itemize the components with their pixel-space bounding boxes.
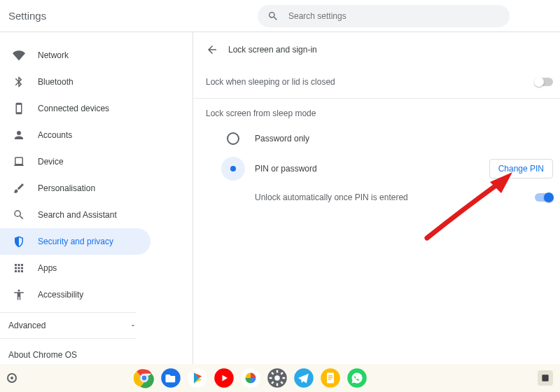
- sidebar: Network Bluetooth Connected devices Acco…: [0, 32, 193, 364]
- bluetooth-icon: [13, 76, 25, 88]
- search-field[interactable]: [258, 5, 510, 27]
- radio-label: Password only: [255, 134, 309, 144]
- app-settings[interactable]: [267, 368, 288, 388]
- content-pane: Lock screen and sign-in Lock when sleepi…: [193, 32, 560, 364]
- sidebar-item-accounts[interactable]: Accounts: [0, 122, 150, 148]
- phone-icon: [13, 102, 25, 115]
- sidebar-item-bluetooth[interactable]: Bluetooth: [0, 69, 150, 95]
- system-tray[interactable]: [538, 370, 553, 386]
- sidebar-item-label: Accessibility: [38, 290, 83, 300]
- sidebar-item-label: Apps: [38, 263, 57, 273]
- grid-icon: [13, 262, 25, 274]
- app-play-store[interactable]: [187, 368, 208, 388]
- svg-rect-22: [328, 377, 332, 378]
- search-input[interactable]: [288, 11, 500, 21]
- accessibility-icon: [13, 288, 25, 301]
- app-title: Settings: [8, 10, 46, 22]
- page-title: Lock screen and sign-in: [228, 45, 317, 55]
- search-icon: [267, 10, 279, 22]
- svg-rect-10: [276, 370, 278, 373]
- radio-label: PIN or password: [255, 164, 317, 174]
- app-files[interactable]: [160, 368, 181, 388]
- svg-rect-25: [542, 374, 548, 381]
- svg-point-3: [141, 375, 147, 382]
- auto-unlock-row: Unlock automatically once PIN is entered: [206, 186, 553, 209]
- sidebar-item-security[interactable]: Security and privacy: [0, 228, 150, 255]
- breadcrumb: Lock screen and sign-in: [206, 43, 553, 56]
- app-youtube[interactable]: [214, 368, 234, 388]
- wifi-icon: [13, 49, 25, 62]
- auto-unlock-toggle[interactable]: [535, 193, 553, 202]
- sidebar-item-connected-devices[interactable]: Connected devices: [0, 95, 150, 122]
- back-icon[interactable]: [206, 43, 218, 56]
- chevron-down-icon: [130, 322, 136, 329]
- sidebar-item-label: Personalisation: [38, 183, 95, 193]
- sidebar-item-label: Search and Assistant: [38, 210, 117, 220]
- svg-rect-13: [282, 377, 285, 379]
- advanced-toggle[interactable]: Advanced: [0, 312, 136, 339]
- radio-password-only[interactable]: [227, 132, 239, 145]
- sidebar-item-label: Accounts: [38, 130, 72, 140]
- sidebar-item-accessibility[interactable]: Accessibility: [0, 281, 150, 308]
- sidebar-item-label: Bluetooth: [38, 77, 74, 87]
- lock-when-sleeping-row: Lock when sleeping or lid is closed: [206, 70, 553, 94]
- svg-rect-11: [276, 384, 278, 386]
- sidebar-item-label: Device: [38, 157, 64, 167]
- section-label: Lock screen from sleep mode: [206, 108, 553, 118]
- divider: [193, 98, 560, 99]
- svg-rect-21: [328, 375, 332, 376]
- sidebar-item-label: Connected devices: [38, 104, 109, 113]
- change-pin-button[interactable]: Change PIN: [489, 159, 553, 178]
- laptop-icon: [13, 155, 25, 168]
- app-chrome[interactable]: [134, 368, 155, 388]
- app-telegram[interactable]: [293, 368, 314, 388]
- shelf-apps: [134, 368, 368, 388]
- sidebar-item-personalisation[interactable]: Personalisation: [0, 175, 150, 202]
- svg-rect-23: [328, 379, 331, 379]
- sidebar-item-network[interactable]: Network: [0, 42, 150, 69]
- lock-when-sleeping-toggle[interactable]: [535, 78, 553, 86]
- brush-icon: [13, 182, 25, 195]
- sidebar-item-search-assistant[interactable]: Search and Assistant: [0, 202, 150, 228]
- app-photos[interactable]: [240, 368, 261, 388]
- auto-unlock-label: Unlock automatically once PIN is entered: [255, 192, 408, 202]
- launcher-button[interactable]: [7, 373, 17, 383]
- shield-icon: [13, 235, 25, 248]
- shelf: [0, 364, 560, 392]
- svg-rect-12: [269, 377, 272, 379]
- advanced-label: Advanced: [8, 321, 46, 330]
- radio-pin-or-password[interactable]: [227, 162, 239, 175]
- option-pin-or-password[interactable]: PIN or password Change PIN: [206, 152, 553, 186]
- option-password-only[interactable]: Password only: [206, 125, 553, 152]
- header: Settings: [0, 0, 560, 32]
- sidebar-item-apps[interactable]: Apps: [0, 255, 150, 281]
- svg-point-9: [274, 375, 280, 381]
- app-whatsapp[interactable]: [346, 368, 368, 388]
- person-icon: [13, 129, 25, 141]
- sidebar-item-label: Network: [38, 50, 69, 60]
- app-docs[interactable]: [320, 368, 341, 388]
- sidebar-item-device[interactable]: Device: [0, 148, 150, 175]
- lock-when-sleeping-label: Lock when sleeping or lid is closed: [206, 77, 335, 87]
- sidebar-item-label: Security and privacy: [38, 237, 113, 246]
- search-icon: [13, 209, 25, 221]
